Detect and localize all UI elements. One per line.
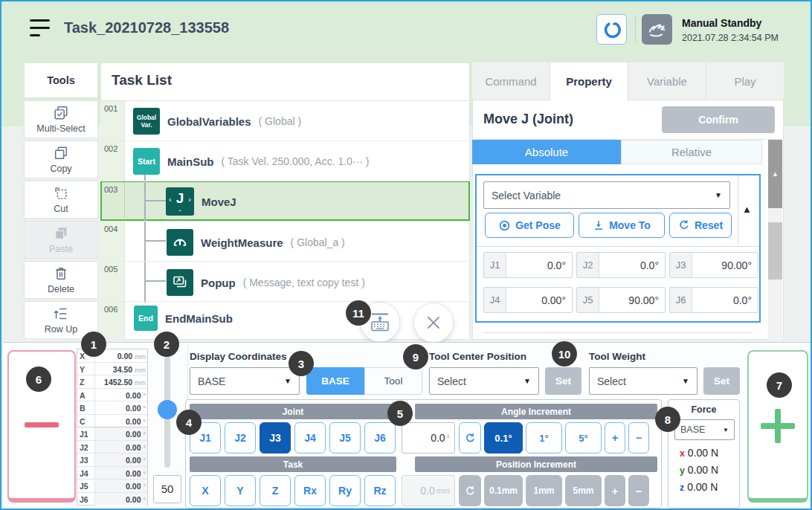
angle-increment-input[interactable]: 0.0 ° [402, 422, 455, 453]
task-row-movej[interactable]: ‹J›ˇ MoveJ [166, 184, 236, 219]
tool-paste-button[interactable]: Paste [24, 221, 98, 259]
scrollbar-up-button[interactable]: ▲ [768, 140, 782, 208]
angle-step-0-1[interactable]: 0.1° [484, 422, 523, 453]
jog-joint-j6[interactable]: J6 [364, 422, 396, 453]
tab-property[interactable]: Property [550, 62, 628, 100]
start-badge: Start [133, 148, 160, 175]
tool-cut-button[interactable]: Cut [24, 181, 98, 219]
minus-icon [25, 422, 59, 427]
tool-center-position-set-button[interactable]: Set [545, 367, 581, 395]
pose-readout-table: X0.00 mm Y34.50 mm Z1452.50 mm A0.00 ° B… [77, 349, 148, 506]
jog-task-ry[interactable]: Ry [329, 475, 361, 506]
reset-button[interactable]: Reset [669, 213, 732, 238]
jog-task-rx[interactable]: Rx [294, 475, 326, 506]
row-number: 006 [100, 302, 125, 340]
force-y-row: y 0.00 N [680, 464, 718, 476]
task-row-popup[interactable]: Popup ( Message, text copy test ) [167, 265, 365, 300]
joint-section-header: Joint [190, 404, 396, 419]
angle-minus-button[interactable]: − [628, 422, 649, 453]
jog-task-y[interactable]: Y [225, 475, 256, 506]
manual-mode-badge [642, 14, 672, 45]
movej-icon: ‹J›ˇ [166, 187, 194, 216]
callout-10: 10 [552, 341, 577, 367]
robot-icon [602, 20, 622, 39]
frame-tool-button[interactable]: Tool [364, 367, 422, 395]
tool-weight-label: Tool Weight [589, 351, 645, 362]
jog-task-rz[interactable]: Rz [364, 475, 396, 506]
position-reset-button [459, 475, 481, 506]
angle-plus-button[interactable]: + [605, 422, 625, 453]
joint-field-j5[interactable]: J590.00° [576, 287, 666, 313]
hamburger-menu-icon[interactable] [30, 19, 50, 36]
jog-task-z[interactable]: Z [260, 475, 291, 506]
tab-command[interactable]: Command [472, 62, 550, 100]
tools-header: Tools [24, 62, 98, 98]
tab-play[interactable]: Play [706, 62, 784, 100]
close-icon [425, 314, 442, 332]
joint-field-j3[interactable]: J390.00° [669, 252, 758, 278]
confirm-button[interactable]: Confirm [662, 106, 775, 133]
task-row-weightmeasure[interactable]: WeightMeasure ( Global_a ) [167, 225, 345, 259]
get-pose-button[interactable]: Get Pose [485, 213, 574, 238]
joint-field-j2[interactable]: J20.0° [576, 252, 666, 278]
task-row-globalvariables[interactable]: GlobalVar. GlobalVariables ( Global ) [133, 103, 301, 139]
variable-select-dropdown[interactable]: Select Variable ▼ [483, 181, 730, 209]
copy-icon [53, 145, 69, 161]
tool-delete-button[interactable]: Delete [24, 261, 98, 299]
jog-task-x[interactable]: X [190, 475, 221, 506]
tool-weight-set-button[interactable]: Set [703, 367, 740, 395]
move-to-icon [593, 219, 605, 231]
jog-joint-j2[interactable]: J2 [225, 422, 256, 453]
collapse-up-button[interactable]: ▲ [742, 204, 752, 215]
task-row-endmainsub[interactable]: End EndMainSub [134, 303, 233, 333]
tool-weight-dropdown[interactable]: Select ▼ [589, 367, 697, 395]
callout-1: 1 [81, 332, 106, 357]
speed-slider-knob[interactable] [158, 400, 177, 419]
row-number: 002 [100, 141, 125, 181]
row-number: 005 [100, 262, 125, 301]
callout-6: 6 [26, 367, 51, 392]
display-coordinates-dropdown[interactable]: BASE ▼ [190, 367, 300, 395]
angle-step-5[interactable]: 5° [565, 422, 602, 453]
tool-copy-button[interactable]: Copy [24, 141, 98, 178]
command-title: Move J (Joint) [483, 112, 573, 127]
joint-field-j1[interactable]: J10.0° [483, 252, 573, 278]
status-timestamp: 2021.07.28 2:34:54 PM [682, 33, 779, 43]
callout-2: 2 [154, 332, 179, 357]
angle-reset-button[interactable] [459, 422, 481, 453]
scrollbar-thumb[interactable] [768, 222, 782, 280]
task-row-mainsub[interactable]: Start MainSub ( Task Vel. 250.000, Acc. … [133, 143, 369, 179]
position-step-0-1mm: 0.1mm [484, 475, 523, 506]
position-minus-button: − [628, 475, 649, 506]
multi-select-icon [53, 105, 69, 121]
tab-variable[interactable]: Variable [628, 62, 706, 100]
rotate-reset-icon [465, 433, 476, 444]
robot-servo-button[interactable] [596, 14, 627, 45]
robot-status-text: Manual Standby [682, 17, 761, 29]
scroll-up-icon: ▲ [772, 170, 779, 178]
reset-icon [678, 219, 690, 231]
global-var-badge: GlobalVar. [133, 108, 160, 135]
jog-joint-j5[interactable]: J5 [329, 422, 361, 453]
callout-11: 11 [346, 300, 371, 326]
joint-field-j4[interactable]: J40.00° [483, 287, 573, 313]
speed-value-box[interactable]: 50 [153, 475, 181, 503]
mode-absolute-tab[interactable]: Absolute [472, 140, 621, 164]
weight-measure-icon [167, 229, 193, 256]
callout-4: 4 [176, 410, 202, 435]
jog-joint-j3[interactable]: J3 [260, 422, 291, 453]
move-to-button[interactable]: Move To [579, 213, 665, 238]
mode-relative-tab[interactable]: Relative [621, 140, 762, 164]
position-increment-input: 0.0 mm [402, 475, 455, 506]
chevron-down-icon: ▼ [682, 377, 689, 385]
angle-step-1[interactable]: 1° [526, 422, 562, 453]
cut-icon [53, 185, 69, 201]
force-z-row: z 0.00 N [680, 481, 718, 493]
joint-field-j6[interactable]: J60.0° [669, 287, 758, 313]
tool-center-position-dropdown[interactable]: Select ▼ [429, 367, 539, 395]
tool-multi-select-button[interactable]: Multi-Select [24, 100, 98, 138]
force-frame-dropdown[interactable]: BASE ▼ [674, 419, 735, 440]
close-jog-button[interactable] [413, 303, 454, 343]
frame-base-button[interactable]: BASE [306, 367, 364, 395]
jog-joint-j4[interactable]: J4 [294, 422, 326, 453]
